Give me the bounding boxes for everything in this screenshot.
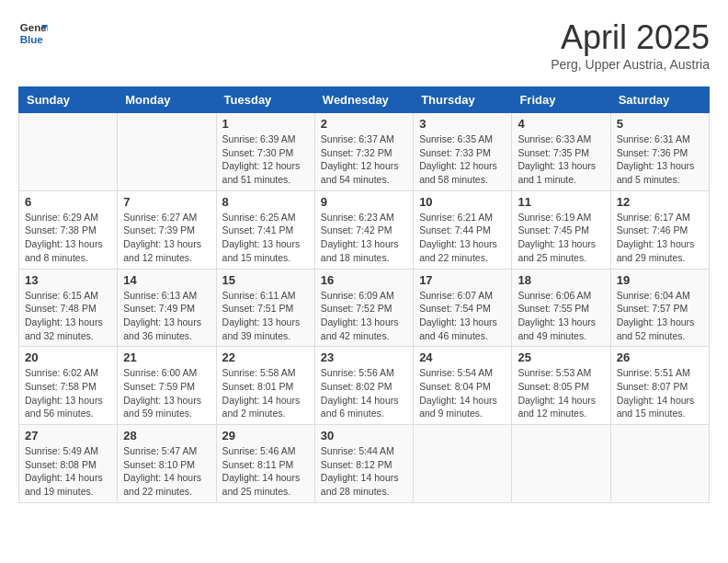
day-number: 18 — [518, 273, 604, 287]
title-section: April 2025 Perg, Upper Austria, Austria — [551, 18, 710, 72]
calendar-cell: 7Sunrise: 6:27 AMSunset: 7:39 PMDaylight… — [118, 190, 216, 269]
calendar-cell: 20Sunrise: 6:02 AMSunset: 7:58 PMDayligh… — [19, 347, 118, 425]
day-info: Sunrise: 6:25 AMSunset: 7:41 PMDaylight:… — [222, 211, 309, 265]
day-info: Sunrise: 6:21 AMSunset: 7:44 PMDaylight:… — [419, 211, 506, 265]
calendar-cell — [414, 425, 512, 503]
day-info: Sunrise: 6:11 AMSunset: 7:51 PMDaylight:… — [222, 289, 309, 343]
weekday-header-wednesday: Wednesday — [314, 87, 413, 113]
day-number: 24 — [419, 350, 506, 364]
day-info: Sunrise: 5:56 AMSunset: 8:02 PMDaylight:… — [321, 366, 407, 420]
day-number: 8 — [222, 195, 309, 209]
calendar-cell: 21Sunrise: 6:00 AMSunset: 7:59 PMDayligh… — [118, 347, 216, 425]
day-info: Sunrise: 5:58 AMSunset: 8:01 PMDaylight:… — [222, 366, 309, 420]
day-number: 30 — [321, 429, 407, 442]
weekday-header-monday: Monday — [118, 87, 216, 113]
calendar-cell: 12Sunrise: 6:17 AMSunset: 7:46 PMDayligh… — [610, 190, 709, 269]
day-number: 11 — [518, 195, 604, 209]
day-info: Sunrise: 6:17 AMSunset: 7:46 PMDaylight:… — [617, 211, 703, 265]
day-number: 14 — [123, 273, 210, 287]
day-info: Sunrise: 6:31 AMSunset: 7:36 PMDaylight:… — [617, 132, 703, 187]
weekday-header-sunday: Sunday — [19, 87, 118, 113]
calendar-cell: 14Sunrise: 6:13 AMSunset: 7:49 PMDayligh… — [118, 269, 216, 347]
day-number: 27 — [25, 429, 111, 442]
day-info: Sunrise: 6:15 AMSunset: 7:48 PMDaylight:… — [25, 289, 111, 343]
day-info: Sunrise: 6:07 AMSunset: 7:54 PMDaylight:… — [419, 289, 506, 343]
day-info: Sunrise: 5:54 AMSunset: 8:04 PMDaylight:… — [419, 366, 506, 420]
day-info: Sunrise: 6:13 AMSunset: 7:49 PMDaylight:… — [123, 289, 210, 343]
calendar-cell: 27Sunrise: 5:49 AMSunset: 8:08 PMDayligh… — [19, 425, 118, 503]
day-number: 1 — [222, 117, 309, 131]
calendar-cell: 6Sunrise: 6:29 AMSunset: 7:38 PMDaylight… — [19, 190, 118, 269]
day-info: Sunrise: 5:47 AMSunset: 8:10 PMDaylight:… — [123, 444, 210, 499]
calendar-cell: 24Sunrise: 5:54 AMSunset: 8:04 PMDayligh… — [414, 347, 512, 425]
calendar-table: SundayMondayTuesdayWednesdayThursdayFrid… — [18, 86, 710, 503]
calendar-cell: 1Sunrise: 6:39 AMSunset: 7:30 PMDaylight… — [216, 113, 314, 191]
day-info: Sunrise: 6:06 AMSunset: 7:55 PMDaylight:… — [518, 289, 604, 343]
day-number: 6 — [25, 195, 111, 209]
day-number: 23 — [321, 350, 407, 364]
weekday-header-row: SundayMondayTuesdayWednesdayThursdayFrid… — [19, 87, 710, 113]
calendar-cell: 10Sunrise: 6:21 AMSunset: 7:44 PMDayligh… — [414, 190, 512, 269]
day-number: 9 — [321, 195, 407, 209]
calendar-week-2: 6Sunrise: 6:29 AMSunset: 7:38 PMDaylight… — [19, 190, 710, 269]
day-number: 3 — [419, 117, 506, 131]
day-number: 7 — [123, 195, 210, 209]
calendar-cell: 26Sunrise: 5:51 AMSunset: 8:07 PMDayligh… — [610, 347, 709, 425]
weekday-header-friday: Friday — [512, 87, 610, 113]
calendar-cell: 2Sunrise: 6:37 AMSunset: 7:32 PMDaylight… — [314, 113, 413, 191]
day-info: Sunrise: 6:04 AMSunset: 7:57 PMDaylight:… — [617, 289, 703, 343]
day-number: 26 — [617, 350, 703, 364]
calendar-cell: 23Sunrise: 5:56 AMSunset: 8:02 PMDayligh… — [314, 347, 413, 425]
day-number: 2 — [321, 117, 407, 131]
weekday-header-tuesday: Tuesday — [216, 87, 314, 113]
calendar-cell: 5Sunrise: 6:31 AMSunset: 7:36 PMDaylight… — [610, 113, 709, 191]
calendar-cell: 30Sunrise: 5:44 AMSunset: 8:12 PMDayligh… — [314, 425, 413, 503]
day-number: 25 — [518, 350, 604, 364]
day-info: Sunrise: 6:09 AMSunset: 7:52 PMDaylight:… — [321, 289, 407, 343]
calendar-cell: 13Sunrise: 6:15 AMSunset: 7:48 PMDayligh… — [19, 269, 118, 347]
calendar-cell: 28Sunrise: 5:47 AMSunset: 8:10 PMDayligh… — [118, 425, 216, 503]
calendar-cell: 22Sunrise: 5:58 AMSunset: 8:01 PMDayligh… — [216, 347, 314, 425]
day-number: 13 — [25, 273, 111, 287]
svg-text:Blue: Blue — [20, 34, 44, 45]
day-info: Sunrise: 5:53 AMSunset: 8:05 PMDaylight:… — [518, 366, 604, 420]
day-number: 19 — [617, 273, 703, 287]
calendar-week-4: 20Sunrise: 6:02 AMSunset: 7:58 PMDayligh… — [19, 347, 710, 425]
calendar-cell — [19, 113, 118, 191]
location-subtitle: Perg, Upper Austria, Austria — [551, 57, 710, 72]
day-info: Sunrise: 6:00 AMSunset: 7:59 PMDaylight:… — [123, 366, 210, 420]
calendar-cell: 25Sunrise: 5:53 AMSunset: 8:05 PMDayligh… — [512, 347, 610, 425]
logo-icon: General Blue — [18, 18, 48, 48]
day-info: Sunrise: 6:37 AMSunset: 7:32 PMDaylight:… — [321, 132, 407, 187]
calendar-cell: 19Sunrise: 6:04 AMSunset: 7:57 PMDayligh… — [610, 269, 709, 347]
day-info: Sunrise: 5:51 AMSunset: 8:07 PMDaylight:… — [617, 366, 703, 420]
day-number: 17 — [419, 273, 506, 287]
calendar-cell: 3Sunrise: 6:35 AMSunset: 7:33 PMDaylight… — [414, 113, 512, 191]
calendar-cell: 4Sunrise: 6:33 AMSunset: 7:35 PMDaylight… — [512, 113, 610, 191]
day-number: 22 — [222, 350, 309, 364]
logo: General Blue — [18, 18, 48, 48]
day-number: 15 — [222, 273, 309, 287]
day-number: 16 — [321, 273, 407, 287]
calendar-cell: 16Sunrise: 6:09 AMSunset: 7:52 PMDayligh… — [314, 269, 413, 347]
day-info: Sunrise: 5:44 AMSunset: 8:12 PMDaylight:… — [321, 444, 407, 499]
day-info: Sunrise: 6:33 AMSunset: 7:35 PMDaylight:… — [518, 132, 604, 187]
day-number: 29 — [222, 429, 309, 442]
day-info: Sunrise: 6:02 AMSunset: 7:58 PMDaylight:… — [25, 366, 111, 420]
weekday-header-thursday: Thursday — [414, 87, 512, 113]
calendar-cell — [512, 425, 610, 503]
day-number: 28 — [123, 429, 210, 442]
day-number: 21 — [123, 350, 210, 364]
weekday-header-saturday: Saturday — [610, 87, 709, 113]
calendar-cell: 9Sunrise: 6:23 AMSunset: 7:42 PMDaylight… — [314, 190, 413, 269]
day-info: Sunrise: 6:39 AMSunset: 7:30 PMDaylight:… — [222, 132, 309, 187]
calendar-week-3: 13Sunrise: 6:15 AMSunset: 7:48 PMDayligh… — [19, 269, 710, 347]
calendar-week-1: 1Sunrise: 6:39 AMSunset: 7:30 PMDaylight… — [19, 113, 710, 191]
calendar-cell: 17Sunrise: 6:07 AMSunset: 7:54 PMDayligh… — [414, 269, 512, 347]
calendar-cell: 29Sunrise: 5:46 AMSunset: 8:11 PMDayligh… — [216, 425, 314, 503]
day-info: Sunrise: 6:23 AMSunset: 7:42 PMDaylight:… — [321, 211, 407, 265]
calendar-cell: 18Sunrise: 6:06 AMSunset: 7:55 PMDayligh… — [512, 269, 610, 347]
calendar-cell: 15Sunrise: 6:11 AMSunset: 7:51 PMDayligh… — [216, 269, 314, 347]
day-info: Sunrise: 6:35 AMSunset: 7:33 PMDaylight:… — [419, 132, 506, 187]
calendar-cell — [610, 425, 709, 503]
